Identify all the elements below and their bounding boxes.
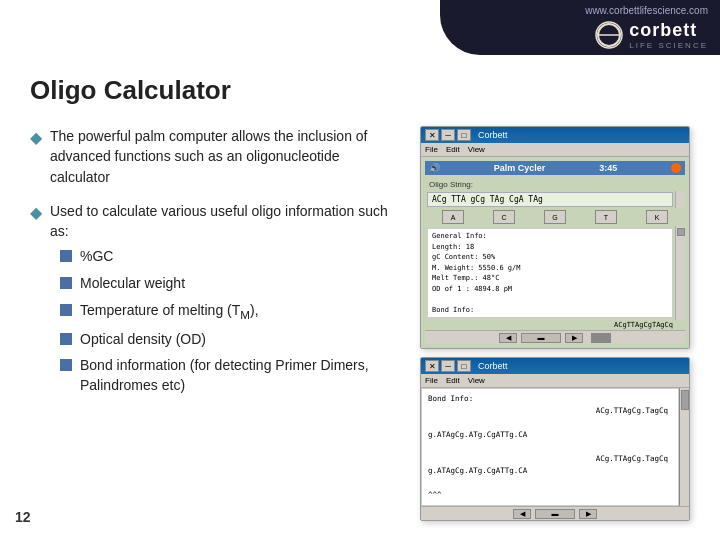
menu-edit[interactable]: Edit <box>446 145 460 154</box>
bullet-1-text: The powerful palm computer allows the in… <box>50 126 400 187</box>
win-min-btn-b[interactable]: ─ <box>441 360 455 372</box>
sub-bullet-od: Optical density (OD) <box>60 330 400 350</box>
win-close-btn[interactable]: ✕ <box>425 129 439 141</box>
slide-title: Oligo Calculator <box>30 75 690 106</box>
palm-info-weight: M. Weight: 5550.6 g/M <box>432 263 668 274</box>
top-branding-bar: www.corbettlifescience.com corbett LIFE … <box>440 0 720 55</box>
brand-name: corbett <box>629 20 708 41</box>
bond-bottom-nav: ◀ ▬ ▶ <box>421 506 689 520</box>
palm-nav-extra <box>591 333 611 343</box>
palm-dot-icon <box>671 163 681 173</box>
speaker-icon: 🔊 <box>429 163 440 173</box>
bond-line-4: g.ATAgCg.ATg.CgATTg.CA <box>428 465 672 477</box>
palm-oligo-label: Oligo String: <box>425 178 685 191</box>
bond-scrollbar <box>679 388 689 506</box>
palm-time: 3:45 <box>599 163 617 173</box>
sub-bullets-list: %GC Molecular weight Temperature of melt… <box>60 247 400 395</box>
window-title-top: Corbett <box>478 130 685 140</box>
left-column: ◆ The powerful palm computer allows the … <box>30 126 400 521</box>
bullet-2-text: Used to calculate various useful oligo i… <box>50 203 388 239</box>
palm-bottom-nav: ◀ ▬ ▶ <box>425 330 685 344</box>
sub-bullet-od-text: Optical density (OD) <box>80 330 206 350</box>
bond-line-3: ACg.TTAgCg.TagCq <box>428 453 672 465</box>
brand-logo: corbett LIFE SCIENCE <box>595 20 708 50</box>
sub-bullet-tm-text: Temperature of melting (TM), <box>80 301 259 323</box>
palm-buttons-row: A C G T K <box>425 208 685 226</box>
sub-bullet-tm: Temperature of melting (TM), <box>60 301 400 323</box>
palm-nav-left[interactable]: ◀ <box>499 333 517 343</box>
content-row: ◆ The powerful palm computer allows the … <box>30 126 690 521</box>
menu-file[interactable]: File <box>425 145 438 154</box>
sub-bullet-mw: Molecular weight <box>60 274 400 294</box>
screenshot-bond-info: ✕ ─ □ Corbett File Edit View Bond Info: <box>420 357 690 521</box>
sub-bullet-gc-text: %GC <box>80 247 113 267</box>
menu-view[interactable]: View <box>468 145 485 154</box>
palm-info-gc: gC Content: 50% <box>432 252 668 263</box>
win-min-btn[interactable]: ─ <box>441 129 455 141</box>
brand-subtitle: LIFE SCIENCE <box>629 41 708 50</box>
palm-oligo-row: ACg TTA gCg TAg CgA TAg <box>425 191 685 208</box>
menu-edit-b[interactable]: Edit <box>446 376 460 385</box>
palm-bond-header: Bond Info: <box>432 305 668 316</box>
diamond-icon-2: ◆ <box>30 203 42 222</box>
diamond-icon-1: ◆ <box>30 128 42 147</box>
win-controls-top: ✕ ─ □ <box>425 129 471 141</box>
palm-btn-t[interactable]: T <box>595 210 617 224</box>
sub-bullet-bond-text: Bond information (for detecting Primer D… <box>80 356 400 395</box>
palm-seq-label-row: ACgTTAgCgTAgCq <box>425 320 685 330</box>
bullet-2: ◆ Used to calculate various useful oligo… <box>30 201 400 396</box>
screenshot-palm-cycler: ✕ ─ □ Corbett File Edit View 🔊 Palm Cycl… <box>420 126 690 349</box>
sub-bullet-marker-4 <box>60 333 72 345</box>
bond-nav-left[interactable]: ◀ <box>513 509 531 519</box>
win-close-btn-b[interactable]: ✕ <box>425 360 439 372</box>
palm-info-melt: Melt Temp.: 48°C <box>432 273 668 284</box>
sub-bullet-bond: Bond information (for detecting Primer D… <box>60 356 400 395</box>
palm-nav-bar[interactable]: ▬ <box>521 333 561 343</box>
page-number: 12 <box>15 509 31 525</box>
menu-view-b[interactable]: View <box>468 376 485 385</box>
palm-info-od: OD of 1 : 4894.8 pM <box>432 284 668 295</box>
sub-bullet-marker-5 <box>60 359 72 371</box>
bond-line-carets: ^^^ <box>428 489 672 501</box>
window-titlebar-bottom: ✕ ─ □ Corbett <box>421 358 689 374</box>
bond-line-spacer1 <box>428 417 672 429</box>
palm-btn-c[interactable]: C <box>493 210 515 224</box>
palm-info-header: General Info: <box>432 231 668 242</box>
bond-nav-bar[interactable]: ▬ <box>535 509 575 519</box>
sub-bullet-mw-text: Molecular weight <box>80 274 185 294</box>
window-titlebar-top: ✕ ─ □ Corbett <box>421 127 689 143</box>
palm-btn-a[interactable]: A <box>442 210 464 224</box>
bond-info-area: Bond Info: ACg.TTAgCg.TagCq g.ATAgCg.ATg… <box>421 388 679 506</box>
palm-info-wrapper: General Info: Length: 18 gC Content: 50%… <box>425 226 685 320</box>
palm-seq-scrollbar <box>675 191 685 208</box>
bond-info-content: Bond Info: ACg.TTAgCg.TagCq g.ATAgCg.ATg… <box>421 388 679 506</box>
sub-bullet-marker-3 <box>60 304 72 316</box>
bond-line-spacer3 <box>428 477 672 489</box>
palm-scroll-thumb <box>677 228 685 236</box>
palm-btn-g[interactable]: G <box>544 210 566 224</box>
corbett-logo-icon <box>595 21 623 49</box>
palm-nav-right[interactable]: ▶ <box>565 333 583 343</box>
bullet-1: ◆ The powerful palm computer allows the … <box>30 126 400 187</box>
palm-btn-k[interactable]: K <box>646 210 668 224</box>
bond-nav-right[interactable]: ▶ <box>579 509 597 519</box>
palm-oligo-seq: ACg TTA gCg TAg CgA TAg <box>427 192 673 207</box>
sub-bullet-marker-2 <box>60 277 72 289</box>
palm-app-header: 🔊 Palm Cycler 3:45 <box>425 161 685 175</box>
palm-info-area: General Info: Length: 18 gC Content: 50%… <box>427 228 673 318</box>
palm-info-scrollbar <box>675 226 685 320</box>
website-url: www.corbettlifescience.com <box>585 5 708 16</box>
bond-line-1: ACg.TTAgCg.TagCq <box>428 405 672 417</box>
win-max-btn-b[interactable]: □ <box>457 360 471 372</box>
bond-scroll-thumb <box>681 390 689 410</box>
palm-screen: 🔊 Palm Cycler 3:45 Oligo String: ACg TTA… <box>421 157 689 348</box>
win-max-btn[interactable]: □ <box>457 129 471 141</box>
win-controls-bottom: ✕ ─ □ <box>425 360 471 372</box>
right-column: ✕ ─ □ Corbett File Edit View 🔊 Palm Cycl… <box>420 126 690 521</box>
bond-header: Bond Info: <box>428 393 672 405</box>
window-menubar-bottom: File Edit View <box>421 374 689 388</box>
bond-line-2: g.ATAgCg.ATg.CgATTg.CA <box>428 429 672 441</box>
main-content: Oligo Calculator ◆ The powerful palm com… <box>0 55 720 540</box>
menu-file-b[interactable]: File <box>425 376 438 385</box>
sub-bullet-marker-1 <box>60 250 72 262</box>
